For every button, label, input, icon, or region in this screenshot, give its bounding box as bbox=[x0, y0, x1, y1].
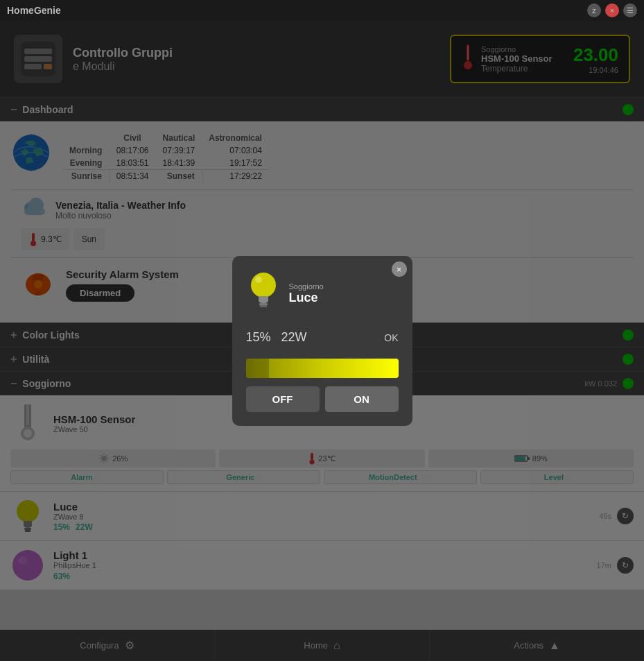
svg-point-43 bbox=[255, 276, 262, 283]
title-bar: HomeGenie z × ☰ bbox=[0, 0, 644, 21]
modal-watt: 22W bbox=[281, 330, 307, 344]
modal-slider[interactable] bbox=[246, 359, 399, 378]
modal-device-name: Luce bbox=[289, 291, 324, 305]
modal-overlay: × Soggiorno Luce 15% 22W bbox=[0, 21, 644, 661]
title-controls: z × ☰ bbox=[587, 3, 637, 17]
modal-on-button[interactable]: ON bbox=[325, 386, 399, 412]
modal-off-button[interactable]: OFF bbox=[246, 386, 320, 412]
svg-rect-44 bbox=[259, 303, 268, 305]
modal-percent: 15% bbox=[246, 330, 271, 344]
z-button[interactable]: z bbox=[587, 3, 601, 17]
modal-header: Soggiorno Luce bbox=[246, 270, 399, 318]
modal-values: 15% 22W bbox=[246, 330, 307, 345]
svg-rect-45 bbox=[260, 305, 267, 307]
modal-device-info: Soggiorno Luce bbox=[289, 282, 324, 305]
modal-location: Soggiorno bbox=[289, 282, 324, 291]
modal-slider-bar[interactable] bbox=[246, 359, 399, 378]
modal-dialog: × Soggiorno Luce 15% 22W bbox=[232, 256, 412, 426]
modal-bulb-icon bbox=[246, 270, 281, 318]
modal-ok-button[interactable]: OK bbox=[384, 332, 398, 343]
menu-button[interactable]: ☰ bbox=[623, 3, 637, 17]
svg-point-42 bbox=[251, 273, 276, 298]
close-button[interactable]: × bbox=[605, 3, 619, 17]
app-title: HomeGenie bbox=[7, 5, 61, 16]
modal-buttons: OFF ON bbox=[246, 386, 399, 412]
modal-close-button[interactable]: × bbox=[392, 261, 407, 277]
